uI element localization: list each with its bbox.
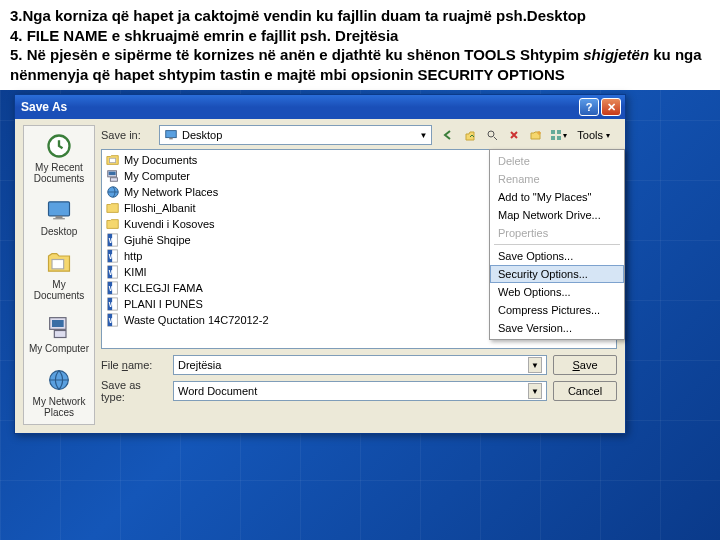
new-folder-button[interactable] (526, 125, 546, 145)
menu-item[interactable]: Save Options... (490, 247, 624, 265)
tools-button[interactable]: Tools▾ (570, 125, 617, 145)
menu-item[interactable]: Add to "My Places" (490, 188, 624, 206)
savetype-value: Word Document (178, 385, 257, 397)
menu-item[interactable]: Map Network Drive... (490, 206, 624, 224)
svg-rect-12 (551, 130, 555, 134)
place-recent[interactable]: My Recent Documents (24, 126, 94, 190)
filename-input[interactable]: Drejtësia ▼ (173, 355, 547, 375)
close-button[interactable]: ✕ (601, 98, 621, 116)
menu-item: Rename (490, 170, 624, 188)
svg-rect-7 (54, 331, 66, 338)
instruction-text: 3.Nga korniza që hapet ja caktojmë vendi… (0, 0, 720, 90)
svg-rect-19 (110, 178, 117, 182)
svg-text:W: W (109, 317, 116, 324)
computer-icon (45, 313, 73, 341)
file-name: My Computer (124, 170, 190, 182)
help-button[interactable]: ? (579, 98, 599, 116)
filename-value: Drejtësia (178, 359, 221, 371)
menu-item: Delete (490, 152, 624, 170)
place-label: My Documents (26, 279, 92, 301)
file-name: Flloshi_Albanit (124, 202, 196, 214)
filename-label: File name: (101, 359, 167, 371)
svg-rect-14 (551, 136, 555, 140)
savetype-combo[interactable]: Word Document ▼ (173, 381, 547, 401)
savetype-label: Save as type: (101, 379, 167, 403)
svg-text:W: W (109, 253, 116, 260)
back-icon (441, 128, 455, 142)
save-in-combo[interactable]: Desktop ▼ (159, 125, 432, 145)
svg-text:W: W (109, 285, 116, 292)
file-name: PLANI I PUNËS (124, 298, 203, 310)
file-name: My Documents (124, 154, 197, 166)
file-name: Kuvendi i Kosoves (124, 218, 215, 230)
dialog-title: Save As (21, 100, 577, 114)
chevron-down-icon: ▾ (563, 131, 567, 140)
chevron-down-icon: ▼ (419, 131, 427, 140)
svg-rect-1 (49, 202, 70, 216)
svg-text:W: W (109, 237, 116, 244)
desktop-small-icon (164, 128, 178, 142)
save-in-value: Desktop (182, 129, 222, 141)
titlebar: Save As ? ✕ (15, 95, 625, 119)
place-network[interactable]: My Network Places (24, 360, 94, 424)
views-icon (549, 128, 563, 142)
place-label: My Recent Documents (26, 162, 92, 184)
places-bar: My Recent Documents Desktop My Documents… (23, 125, 95, 425)
up-icon (463, 128, 477, 142)
place-mycomp[interactable]: My Computer (24, 307, 94, 360)
svg-rect-13 (557, 130, 561, 134)
chevron-down-icon[interactable]: ▼ (528, 383, 542, 399)
menu-item[interactable]: Compress Pictures... (490, 301, 624, 319)
cancel-button[interactable]: Cancel (553, 381, 617, 401)
place-label: Desktop (41, 226, 78, 237)
recent-icon (45, 132, 73, 160)
desktop-icon (45, 196, 73, 224)
svg-rect-9 (166, 131, 177, 138)
search-button[interactable] (482, 125, 502, 145)
delete-icon (507, 128, 521, 142)
chevron-down-icon: ▾ (606, 131, 610, 140)
file-name: Gjuhë Shqipe (124, 234, 191, 246)
menu-separator (494, 244, 620, 245)
place-label: My Network Places (26, 396, 92, 418)
svg-text:W: W (109, 269, 116, 276)
save-in-label: Save in: (101, 129, 153, 141)
back-button[interactable] (438, 125, 458, 145)
save-as-dialog: Save As ? ✕ My Recent Documents Desktop … (14, 94, 626, 434)
chevron-down-icon[interactable]: ▼ (528, 357, 542, 373)
svg-rect-10 (169, 138, 173, 140)
svg-rect-15 (557, 136, 561, 140)
place-label: My Computer (29, 343, 89, 354)
search-icon (485, 128, 499, 142)
menu-item[interactable]: Security Options... (490, 265, 624, 283)
file-name: Waste Quctation 14C72012-2 (124, 314, 269, 326)
place-desktop[interactable]: Desktop (24, 190, 94, 243)
svg-rect-4 (52, 260, 64, 269)
tools-menu: DeleteRenameAdd to "My Places"Map Networ… (489, 149, 625, 340)
menu-item[interactable]: Save Version... (490, 319, 624, 337)
svg-text:W: W (109, 301, 116, 308)
delete-button[interactable] (504, 125, 524, 145)
place-mydocs[interactable]: My Documents (24, 243, 94, 307)
views-button[interactable]: ▾ (548, 125, 568, 145)
save-button[interactable]: Save (553, 355, 617, 375)
svg-rect-18 (109, 172, 116, 176)
file-name: KIMI (124, 266, 147, 278)
svg-point-11 (488, 131, 494, 137)
menu-item[interactable]: Web Options... (490, 283, 624, 301)
menu-item: Properties (490, 224, 624, 242)
file-name: KCLEGJI FAMA (124, 282, 203, 294)
file-name: http (124, 250, 142, 262)
newfolder-icon (529, 128, 543, 142)
mydocs-icon (45, 249, 73, 277)
svg-rect-16 (110, 158, 116, 162)
svg-rect-6 (52, 320, 64, 327)
tools-label: Tools (577, 129, 603, 141)
up-button[interactable] (460, 125, 480, 145)
svg-rect-3 (53, 218, 65, 219)
file-name: My Network Places (124, 186, 218, 198)
network-icon (45, 366, 73, 394)
svg-rect-2 (56, 216, 63, 218)
